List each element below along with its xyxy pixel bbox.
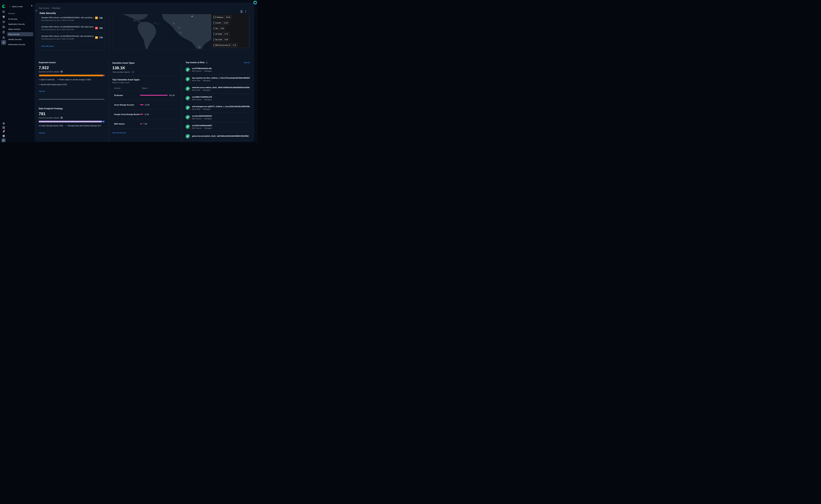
view-all-services-link[interactable]: View All Services xyxy=(112,132,126,134)
shield-alert-icon[interactable] xyxy=(2,15,5,18)
breadcrumb-current[interactable]: Dashboard xyxy=(52,7,60,9)
sidebar-item-data-security[interactable]: Data Security xyxy=(7,32,33,36)
azure-badge-icon xyxy=(188,80,190,82)
question-help-icon[interactable]: ? xyxy=(61,117,63,119)
legend-dot xyxy=(66,125,67,126)
footprint-legend: Empty Storage Assets (754) Storage Asset… xyxy=(39,125,104,127)
asset-types-title: Sensitive Asset Types xyxy=(112,62,135,64)
eye-icon[interactable] xyxy=(2,21,5,23)
issue-title: Sensitive EBS Volume 'vol-049a085b091108… xyxy=(41,17,93,19)
exposure-view-all-link[interactable]: View all xyxy=(39,90,45,92)
target-rings-icon[interactable] xyxy=(2,26,5,28)
question-help-icon[interactable]: ? xyxy=(61,71,63,73)
azure-badge-icon xyxy=(188,108,190,110)
sidebar-item-kubernetes-security[interactable]: Kubernetes Security xyxy=(7,42,33,46)
user-avatar[interactable]: SF xyxy=(1,138,6,142)
info-icon[interactable] xyxy=(206,61,208,63)
data-type-badge[interactable]: AWS Access Key Id6.7K xyxy=(214,43,238,47)
collapse-sidebar-button[interactable] xyxy=(35,9,37,12)
aws-badge-icon xyxy=(188,70,190,72)
legend-label: Public objects in private storage (7,802… xyxy=(59,79,91,81)
show-all-issues-link[interactable]: Show All Issues xyxy=(41,45,54,47)
exposure-total: 7,922 xyxy=(39,65,49,70)
severity-badge-medium: M xyxy=(95,36,98,39)
clipboard-icon[interactable] xyxy=(2,31,5,33)
help-icon[interactable]: ? xyxy=(2,135,5,137)
issue-discovered-date: First Discovered on Jan 5, 2026, 02:18 A… xyxy=(41,19,93,21)
asset-status: Managed xyxy=(204,99,212,101)
asset-row[interactable]: self-managed-vm-xpl9377x_OsDisk_1_5cac10… xyxy=(185,103,250,113)
sidebar-item-attack-surface[interactable]: Attack Surface xyxy=(7,27,33,31)
column-header-services: Services xyxy=(114,87,120,89)
data-type-badge[interactable]: US State9.7K xyxy=(214,32,230,36)
top-assets-view-all-link[interactable]: View all xyxy=(244,62,250,63)
service-value: 7.3K xyxy=(143,123,147,125)
top5-title: Top 5 Sensitive Asset Types xyxy=(112,79,140,81)
service-value: 11.5K xyxy=(144,113,149,115)
top5-subtitle: Based on object count xyxy=(112,82,129,84)
asset-row[interactable]: ohad-llm-azure-edition_disk1_d92b7eb8f39… xyxy=(185,84,250,94)
lock-icon xyxy=(31,4,33,7)
data-type-badge[interactable]: IP Address26.5K xyxy=(214,15,232,19)
back-to-main-button[interactable]: ← Back to main xyxy=(9,5,23,8)
severity-badge-high: H xyxy=(95,27,98,29)
legend-label: Storage Asset with Shadow Backups (27) xyxy=(68,125,101,127)
bar-segment-shadow-backups xyxy=(102,121,104,122)
asset-row[interactable]: vol-0695c701f0004cd76 EBS VolumeManaged xyxy=(185,94,250,103)
issue-row[interactable]: Sensitive EBS Volume 'vol-049a085b091108… xyxy=(39,23,105,33)
asset-row[interactable]: vol-0bc16bf5310052547 EBS VolumeManaged xyxy=(185,113,250,122)
dashboard-panel-icon[interactable] xyxy=(2,10,5,13)
asset-type: EBS Volume xyxy=(192,99,201,101)
asset-row[interactable]: vol-0f758fe5a543dce66 EBS VolumeManaged xyxy=(185,65,250,74)
aws-badge-icon xyxy=(188,118,190,120)
refresh-sync-icon[interactable] xyxy=(240,10,243,13)
service-row[interactable]: S3 Bucket 101.2K xyxy=(112,91,178,100)
more-options-kebab-icon[interactable] xyxy=(244,10,247,13)
sidebar-item-ai-security[interactable]: AI Security xyxy=(7,17,33,21)
top-section: Sensitive EBS Volume 'vol-049a085b091108… xyxy=(35,14,254,55)
info-icon[interactable] xyxy=(132,71,134,73)
world-map-card: IP Address26.5K Country13.2K City9.8K US… xyxy=(113,14,250,49)
data-type-badge[interactable]: Country13.2K xyxy=(214,21,230,25)
legend-dot xyxy=(57,79,58,80)
issues-footer: Show All Issues xyxy=(39,42,105,50)
data-type-badge[interactable]: Zip Code8.5K xyxy=(214,38,230,41)
aws-badge-icon xyxy=(188,99,190,101)
service-value: 101.2K xyxy=(169,94,175,96)
service-bar xyxy=(140,104,143,105)
azure-badge-icon xyxy=(188,89,190,91)
service-row[interactable]: EBS Volume 7.3K xyxy=(112,119,178,129)
asset-row[interactable]: itay-machine-for-llms_OsDisk_1_031c273e1… xyxy=(185,74,250,84)
asset-row[interactable]: golan-test-privatelink_disk1_4a678d6a41b… xyxy=(185,132,250,141)
sidebar-item-identity-security[interactable]: Identity Security xyxy=(7,37,33,41)
asset-type: EBS Volume xyxy=(192,70,201,72)
service-row[interactable]: Google Cloud Storage Bucket 11.5K xyxy=(112,110,178,119)
breadcrumb: Data Security › Dashboard xyxy=(39,7,60,9)
bar-segment-public-objects xyxy=(39,75,103,76)
sidebar-icon-rail: ? xyxy=(0,0,7,142)
issue-row[interactable]: Sensitive EBS Volume 'vol-049a085b091108… xyxy=(39,16,105,23)
exposure-issues-title: Exposure Issues xyxy=(39,61,56,64)
breadcrumb-separator: › xyxy=(50,7,51,9)
service-bar xyxy=(140,114,143,115)
service-row[interactable]: Azure Storage Account 12.4K xyxy=(112,100,178,110)
apps-grid-icon[interactable] xyxy=(2,126,5,129)
map-location-marker[interactable] xyxy=(191,15,193,17)
issue-score: 791 xyxy=(99,27,103,29)
asset-row[interactable]: vol-06d7eb3684ada8f07 EBS VolumeManaged xyxy=(185,122,250,132)
footprint-view-all-link[interactable]: View all xyxy=(39,132,45,134)
column-header-objects: Objects xyxy=(142,87,147,89)
org-blocks-icon[interactable] xyxy=(2,36,5,39)
top-assets-list: vol-0f758fe5a543dce66 EBS VolumeManaged … xyxy=(185,65,250,141)
data-type-badge[interactable]: City9.8K xyxy=(214,27,226,30)
issue-row[interactable]: Sensitive EBS Volume 'vol-04c5f93cd792e1… xyxy=(39,33,105,42)
legend-dot xyxy=(39,79,40,80)
modules-section-label: Modules xyxy=(8,12,15,14)
sidebar-item-application-security[interactable]: Application Security xyxy=(7,22,33,26)
settings-gear-icon[interactable] xyxy=(2,122,5,125)
asset-status: Managed xyxy=(203,108,211,110)
data-security-module-icon[interactable] xyxy=(1,40,6,45)
breadcrumb-parent[interactable]: Data Security xyxy=(39,7,49,9)
asset-types-subtitle: Total sensitive objects xyxy=(112,71,130,73)
asset-status: Managed xyxy=(204,70,212,72)
